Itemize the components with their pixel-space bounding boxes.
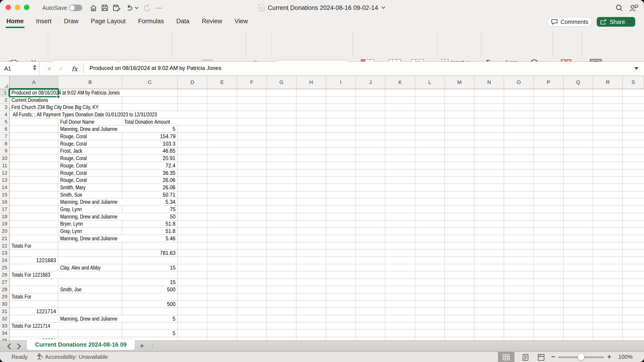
row-header-13[interactable]: 13	[0, 177, 10, 184]
cell-A26[interactable]: Totals For 1221683	[10, 272, 61, 279]
select-all-corner[interactable]	[0, 76, 10, 89]
row-header-29[interactable]: 29	[0, 293, 10, 300]
row-header-31[interactable]: 31	[0, 308, 10, 315]
row-header-17[interactable]: 17	[0, 206, 10, 213]
row-header-32[interactable]: 32	[0, 315, 10, 322]
cell-C28[interactable]: 500	[123, 286, 177, 293]
cell-A2[interactable]: Current Donations	[10, 97, 59, 103]
cell-C18[interactable]: 50	[123, 213, 177, 220]
grid-area[interactable]: 1Produced on 08/16/2024 at 9:02 AM by Pa…	[0, 89, 644, 340]
row-header-3[interactable]: 3	[0, 104, 10, 111]
cell-C20[interactable]: 51.8	[123, 228, 177, 235]
cell-A24[interactable]: 1221683	[10, 257, 58, 264]
row-header-25[interactable]: 25	[0, 264, 10, 271]
row-header-16[interactable]: 16	[0, 199, 10, 206]
cell-B14[interactable]: Smitth, Mary	[59, 184, 122, 191]
row-header-26[interactable]: 26	[0, 272, 10, 279]
column-header-S[interactable]: S	[623, 76, 644, 89]
cell-C11[interactable]: 72.4	[123, 162, 177, 169]
row-header-18[interactable]: 18	[0, 213, 10, 220]
title-chevron-icon[interactable]	[381, 6, 386, 10]
add-sheet-button[interactable]: +	[140, 341, 144, 350]
row-header-6[interactable]: 6	[0, 126, 10, 133]
cell-B7[interactable]: Rouge, Coral	[59, 133, 122, 140]
row-header-35[interactable]: 35	[0, 337, 10, 340]
fill-handle[interactable]	[57, 95, 60, 98]
tab-formulas[interactable]: Formulas	[138, 18, 164, 25]
selected-cell-outline[interactable]	[9, 89, 59, 97]
cell-B11[interactable]: Rouge, Coral	[59, 162, 122, 169]
row-header-21[interactable]: 21	[0, 235, 10, 242]
column-header-L[interactable]: L	[415, 76, 445, 89]
page-break-view-button[interactable]	[538, 354, 545, 361]
row-header-8[interactable]: 8	[0, 140, 10, 147]
cell-C13[interactable]: 26.06	[123, 177, 177, 184]
zoom-out-button[interactable]: −	[551, 353, 555, 360]
cell-B15[interactable]: Smith, Sue	[59, 191, 122, 198]
insert-function-icon[interactable]: fx	[72, 65, 78, 72]
cell-C6[interactable]: 5	[123, 126, 177, 133]
row-header-22[interactable]: 22	[0, 242, 10, 249]
cell-A29[interactable]: Totals For	[10, 293, 58, 300]
cell-C14[interactable]: 26.06	[123, 184, 177, 191]
tab-draw[interactable]: Draw	[64, 18, 78, 25]
cell-C32[interactable]: 5	[123, 315, 177, 322]
cell-C21[interactable]: 5.46	[123, 235, 177, 242]
row-header-5[interactable]: 5	[0, 118, 10, 125]
cell-B21[interactable]: Manning, Drew and Julianne	[59, 235, 133, 242]
share-people-icon[interactable]	[629, 4, 638, 12]
column-header-M[interactable]: M	[445, 76, 474, 89]
row-header-1[interactable]: 1	[0, 89, 10, 96]
row-header-28[interactable]: 28	[0, 286, 10, 293]
row-header-14[interactable]: 14	[0, 184, 10, 191]
cell-C25[interactable]: 15	[123, 264, 177, 271]
cell-B25[interactable]: Clay, Alex and Abby	[59, 264, 122, 271]
cell-B12[interactable]: Rouge, Coral	[59, 169, 122, 176]
comments-button[interactable]: Comments	[547, 17, 592, 27]
zoom-slider-thumb[interactable]	[578, 354, 584, 360]
cell-A33[interactable]: Totals For 1221714	[10, 322, 61, 329]
cell-C12[interactable]: 36.35	[123, 169, 177, 176]
document-title[interactable]: Current Donations 2024-08-16 09-02-14	[268, 4, 378, 12]
column-header-R[interactable]: R	[593, 76, 623, 89]
cell-C16[interactable]: 5.34	[123, 199, 177, 206]
column-header-I[interactable]: I	[326, 76, 356, 89]
row-header-15[interactable]: 15	[0, 191, 10, 198]
cell-B20[interactable]: Gray, Lynn	[59, 228, 122, 235]
cell-B19[interactable]: Bryer, Lynn	[59, 221, 122, 228]
row-header-9[interactable]: 9	[0, 148, 10, 154]
sheet-tab-active[interactable]: Current Donations 2024-08-16 09	[27, 339, 135, 350]
cell-B6[interactable]: Manning, Drew and Julianne	[59, 126, 133, 133]
row-header-12[interactable]: 12	[0, 169, 10, 176]
cell-C34[interactable]: 5	[123, 330, 177, 337]
tab-insert[interactable]: Insert	[36, 18, 52, 25]
cell-B28[interactable]: Smith, Joe	[59, 286, 122, 293]
tab-data[interactable]: Data	[176, 18, 190, 25]
cancel-icon[interactable]: ✕	[47, 65, 52, 72]
column-header-P[interactable]: P	[534, 76, 564, 89]
cell-C8[interactable]: 103.3	[123, 140, 177, 147]
cell-C15[interactable]: 50.71	[123, 191, 177, 198]
normal-view-button[interactable]	[498, 352, 514, 362]
name-box-spinner[interactable]	[33, 65, 36, 70]
enter-icon[interactable]: ✓	[59, 65, 64, 72]
cell-B13[interactable]: Rouge, Coral	[59, 177, 122, 184]
row-header-11[interactable]: 11	[0, 162, 10, 169]
column-header-N[interactable]: N	[474, 76, 504, 89]
cell-C5[interactable]: Total Donation Amount	[123, 118, 183, 125]
cell-C19[interactable]: 51.8	[123, 221, 177, 228]
column-header-C[interactable]: C	[122, 76, 178, 89]
column-header-Q[interactable]: Q	[564, 76, 593, 89]
cell-C7[interactable]: 154.79	[123, 133, 177, 140]
next-sheet-icon[interactable]	[16, 343, 22, 349]
column-header-K[interactable]: K	[386, 76, 415, 89]
row-header-23[interactable]: 23	[0, 250, 10, 256]
prev-sheet-icon[interactable]	[7, 343, 12, 349]
cell-A22[interactable]: Totals For	[10, 242, 58, 249]
row-header-33[interactable]: 33	[0, 322, 10, 329]
row-header-10[interactable]: 10	[0, 155, 10, 162]
formula-input[interactable]: Produced on 08/16/2024 at 9:02 AM by Pat…	[90, 65, 222, 71]
cell-C17[interactable]: 75	[123, 206, 177, 213]
cell-C10[interactable]: 20.91	[123, 155, 177, 162]
zoom-in-button[interactable]: +	[607, 353, 612, 360]
